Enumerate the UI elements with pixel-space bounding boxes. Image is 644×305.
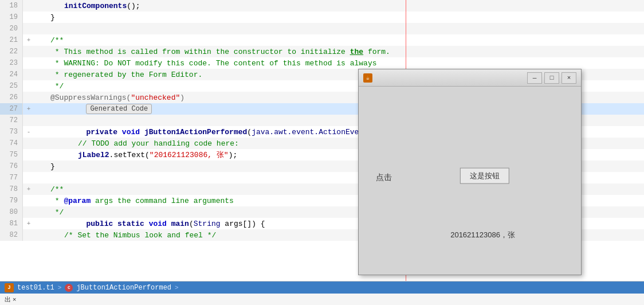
- line-number: 74: [0, 138, 23, 149]
- code-line-20: 20: [0, 23, 644, 34]
- line-gutter: [23, 229, 34, 241]
- line-gutter: [23, 80, 34, 92]
- line-number: 22: [0, 46, 23, 57]
- code-text: */: [50, 82, 64, 91]
- line-gutter: [23, 0, 34, 11]
- breadcrumb-file: test01.t1: [17, 284, 54, 292]
- window-java-icon: ☕: [363, 73, 372, 83]
- line-number: 82: [0, 229, 23, 241]
- line-gutter: [23, 69, 34, 80]
- line-number: 18: [0, 0, 23, 11]
- line-number: 26: [0, 92, 23, 103]
- code-text: /* Set the Nimbus look and feel */: [64, 231, 216, 240]
- line-gutter: -: [23, 126, 34, 138]
- line-content: /**: [34, 34, 644, 46]
- generated-code-badge: Generated Code: [86, 104, 152, 114]
- line-content: initComponents();: [34, 0, 644, 11]
- line-gutter: [23, 206, 34, 218]
- line-number: 76: [0, 161, 23, 172]
- line-number: 19: [0, 11, 23, 23]
- code-text: // TODO add your handling code here:: [78, 139, 239, 148]
- code-text: * @param args the command line arguments: [50, 197, 234, 205]
- line-number: 79: [0, 195, 23, 206]
- line-number: 21: [0, 34, 23, 46]
- line-gutter: +: [23, 218, 34, 229]
- code-text: initComponents();: [64, 2, 140, 10]
- line-number: 81: [0, 218, 23, 229]
- minimize-button[interactable]: —: [527, 72, 542, 84]
- line-gutter: [23, 57, 34, 69]
- line-gutter: [23, 46, 34, 57]
- code-line-22: 22 * This method is called from within t…: [0, 46, 644, 57]
- code-text: * regenerated by the Form Editor.: [50, 71, 202, 79]
- output-tab[interactable]: 出 ×: [0, 294, 644, 305]
- code-text: }: [50, 13, 55, 22]
- code-text: * WARNING: Do NOT modify this code. The …: [50, 59, 377, 68]
- line-gutter: +: [23, 183, 34, 195]
- line-content: [34, 23, 644, 34]
- line-number: 25: [0, 80, 23, 92]
- breadcrumb-method: jButton1ActionPerformed: [76, 284, 171, 292]
- code-line-18: 18 initComponents();: [0, 0, 644, 11]
- status-bar: J test01.t1 > C jButton1ActionPerformed …: [0, 281, 644, 305]
- window-titlebar: ☕ — □ ×: [359, 69, 581, 87]
- line-number: 75: [0, 149, 23, 161]
- line-gutter: +: [23, 103, 34, 115]
- code-line-21: 21 + /**: [0, 34, 644, 46]
- breadcrumb-class-icon: C: [65, 284, 73, 292]
- line-gutter: [23, 23, 34, 34]
- result-label: 201621123086，张: [450, 230, 515, 240]
- line-gutter: [23, 149, 34, 161]
- breadcrumb-bar: J test01.t1 > C jButton1ActionPerformed …: [0, 281, 644, 294]
- breadcrumb-arrow-2: >: [175, 284, 179, 291]
- breadcrumb-arrow-1: >: [58, 284, 62, 291]
- code-text: jLabel2.setText("201621123086, 张");: [78, 150, 237, 160]
- line-gutter: +: [23, 34, 34, 46]
- line-gutter: [23, 195, 34, 206]
- code-line-19: 19 }: [0, 11, 644, 23]
- action-button[interactable]: 这是按钮: [460, 168, 509, 184]
- code-text: /**: [50, 36, 64, 45]
- line-number: 20: [0, 23, 23, 34]
- line-number: 24: [0, 69, 23, 80]
- line-gutter: [23, 115, 34, 126]
- line-gutter: [23, 161, 34, 172]
- close-button[interactable]: ×: [561, 72, 576, 84]
- line-gutter: [23, 92, 34, 103]
- line-gutter: [23, 172, 34, 183]
- code-text: /**: [50, 185, 64, 194]
- code-text: * This method is called from within the …: [50, 48, 390, 56]
- window-controls: — □ ×: [527, 72, 576, 84]
- code-line-23: 23 * WARNING: Do NOT modify this code. T…: [0, 57, 644, 69]
- breadcrumb-file-name: test01.t1: [17, 284, 54, 292]
- click-label: 点击: [376, 173, 392, 183]
- line-gutter: [23, 11, 34, 23]
- line-number: 77: [0, 172, 23, 183]
- line-content: * This method is called from within the …: [34, 46, 644, 57]
- java-file-icon: J: [5, 283, 14, 292]
- line-content: }: [34, 11, 644, 23]
- line-content: * WARNING: Do NOT modify this code. The …: [34, 57, 644, 69]
- line-number: 80: [0, 206, 23, 218]
- line-gutter: [23, 138, 34, 149]
- code-text: }: [50, 162, 55, 171]
- maximize-button[interactable]: □: [544, 72, 559, 84]
- breadcrumb-method-name: jButton1ActionPerformed: [76, 284, 171, 292]
- line-number: 27: [0, 103, 23, 115]
- output-tab-label: 出 ×: [5, 295, 16, 304]
- line-number: 73: [0, 126, 23, 138]
- line-number: 78: [0, 183, 23, 195]
- floating-window: ☕ — □ × 点击 这是按钮 201621123086，张: [358, 69, 582, 275]
- line-number: 72: [0, 115, 23, 126]
- line-number: 23: [0, 57, 23, 69]
- window-content: 点击 这是按钮 201621123086，张: [359, 87, 581, 275]
